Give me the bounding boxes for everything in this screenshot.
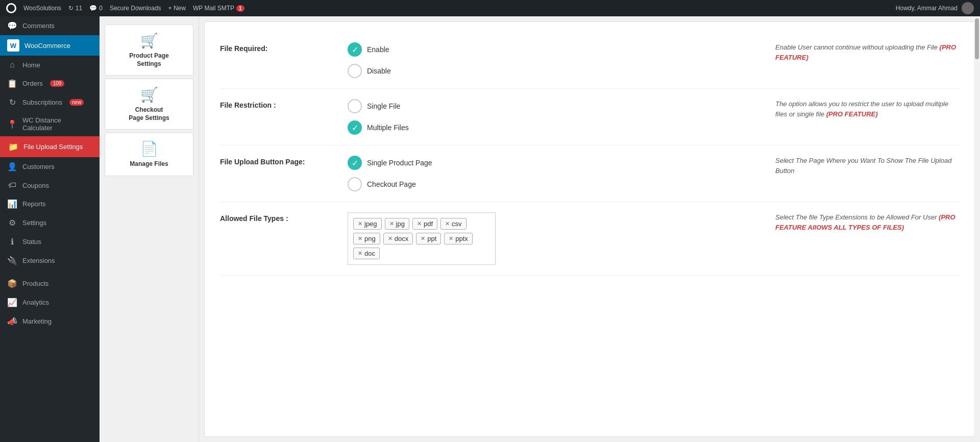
subscriptions-badge: new xyxy=(69,99,84,106)
file-restriction-options: Single File ✓ Multiple Files xyxy=(348,99,760,135)
file-required-row: File Required: ✓ Enable Disable Enable U… xyxy=(220,32,959,89)
single-file-radio[interactable] xyxy=(348,99,362,113)
sidebar-item-label: WC Distance Calculater xyxy=(22,116,92,132)
sidebar-item-reports[interactable]: 📊 Reports xyxy=(0,194,100,213)
remove-docx[interactable]: ✕ xyxy=(388,235,393,242)
file-tags-box: ✕ jpeg ✕ jpg ✕ pdf ✕ csv ✕ png ✕ docx ✕ … xyxy=(348,212,496,265)
single-file-option[interactable]: Single File xyxy=(348,99,760,113)
smtp-item[interactable]: WP Mail SMTP 1 xyxy=(193,5,244,12)
file-restriction-description: The option allows you to restrict the us… xyxy=(775,99,959,119)
sidebar-item-customers[interactable]: 👤 Customers xyxy=(0,157,100,176)
panel-checkout[interactable]: 🛒 CheckoutPage Settings xyxy=(105,79,193,130)
remove-png[interactable]: ✕ xyxy=(358,235,362,242)
file-upload-button-row: File Upload Button Page: ✓ Single Produc… xyxy=(220,145,959,202)
tag-png[interactable]: ✕ png xyxy=(353,233,380,244)
sidebar-item-label: Customers xyxy=(22,163,55,170)
remove-csv[interactable]: ✕ xyxy=(445,220,450,227)
avatar xyxy=(962,2,974,14)
tag-csv[interactable]: ✕ csv xyxy=(440,218,467,230)
disable-label: Disable xyxy=(367,67,391,75)
file-icon: 📄 xyxy=(110,140,188,157)
sidebar-item-label: File Upload Settings xyxy=(23,143,83,151)
checkout-page-radio[interactable] xyxy=(348,177,362,191)
tag-jpg[interactable]: ✕ jpg xyxy=(385,218,409,230)
sidebar: 💬 Comments W WooCommerce ⌂ Home 📋 Orders… xyxy=(0,16,100,442)
remove-ppt[interactable]: ✕ xyxy=(421,235,425,242)
multiple-files-radio[interactable]: ✓ xyxy=(348,120,362,135)
sidebar-item-label: Products xyxy=(22,280,48,287)
multiple-files-label: Multiple Files xyxy=(367,124,409,132)
allowed-file-types-options: ✕ jpeg ✕ jpg ✕ pdf ✕ csv ✕ png ✕ docx ✕ … xyxy=(348,212,760,265)
sidebar-item-label: Coupons xyxy=(22,182,49,189)
reports-icon: 📊 xyxy=(7,199,17,209)
tag-docx[interactable]: ✕ docx xyxy=(383,233,413,244)
tag-pdf[interactable]: ✕ pdf xyxy=(412,218,437,230)
sidebar-item-status[interactable]: ℹ Status xyxy=(0,232,100,251)
settings-area: File Required: ✓ Enable Disable Enable U… xyxy=(204,21,975,437)
new-item[interactable]: + New xyxy=(168,5,186,12)
tag-doc[interactable]: ✕ doc xyxy=(353,248,380,259)
multiple-files-option[interactable]: ✓ Multiple Files xyxy=(348,120,760,135)
analytics-icon: 📈 xyxy=(7,298,17,307)
disable-option[interactable]: Disable xyxy=(348,64,760,78)
enable-option[interactable]: ✓ Enable xyxy=(348,42,760,57)
pro-feature-text2: (PRO FEATURE) xyxy=(826,110,878,118)
allowed-file-types-description: Select The file Type Extensions to be Al… xyxy=(775,212,959,232)
sidebar-item-orders[interactable]: 📋 Orders 109 xyxy=(0,74,100,93)
remove-pdf[interactable]: ✕ xyxy=(417,220,422,227)
panel-manage-files[interactable]: 📄 Manage Files xyxy=(105,133,193,176)
sidebar-item-extensions[interactable]: 🔌 Extensions xyxy=(0,251,100,270)
coupons-icon: 🏷 xyxy=(7,181,17,190)
sidebar-item-products[interactable]: 📦 Products xyxy=(0,274,100,293)
enable-radio[interactable]: ✓ xyxy=(348,42,362,57)
home-icon: ⌂ xyxy=(7,60,17,69)
remove-doc[interactable]: ✕ xyxy=(358,250,362,257)
scrollbar[interactable] xyxy=(974,21,975,437)
updates-item[interactable]: ↻ 11 xyxy=(68,5,82,12)
sidebar-item-label: Status xyxy=(22,238,41,245)
sidebar-item-coupons[interactable]: 🏷 Coupons xyxy=(0,176,100,194)
tag-jpeg[interactable]: ✕ jpeg xyxy=(353,218,382,230)
wp-logo-icon[interactable] xyxy=(6,3,16,13)
tag-pptx[interactable]: ✕ pptx xyxy=(444,233,473,244)
woo-icon: W xyxy=(7,39,19,52)
subscriptions-icon: ↻ xyxy=(7,97,17,107)
single-product-label: Single Product Page xyxy=(367,159,432,167)
panel-label: Manage Files xyxy=(110,160,188,168)
remove-jpeg[interactable]: ✕ xyxy=(358,220,362,227)
sidebar-item-comments[interactable]: 💬 Comments xyxy=(0,16,100,35)
enable-label: Enable xyxy=(367,45,389,54)
file-restriction-row: File Restriction : Single File ✓ Multipl… xyxy=(220,89,959,145)
file-restriction-label: File Restriction : xyxy=(220,99,332,109)
disable-radio[interactable] xyxy=(348,64,362,78)
marketing-icon: 📣 xyxy=(7,316,17,326)
panel-label: Product PageSettings xyxy=(110,52,188,68)
settings-icon: ⚙ xyxy=(7,218,17,228)
tag-ppt[interactable]: ✕ ppt xyxy=(416,233,441,244)
products-icon: 📦 xyxy=(7,279,17,288)
woo-label: WooCommerce xyxy=(24,42,70,50)
sidebar-item-subscriptions[interactable]: ↻ Subscriptions new xyxy=(0,93,100,112)
site-name[interactable]: WooSolutions xyxy=(23,5,61,12)
remove-pptx[interactable]: ✕ xyxy=(449,235,453,242)
sidebar-item-file-upload[interactable]: 📁 File Upload Settings xyxy=(0,136,100,157)
extensions-icon: 🔌 xyxy=(7,256,17,265)
orders-icon: 📋 xyxy=(7,79,17,88)
customers-icon: 👤 xyxy=(7,162,17,171)
single-product-radio[interactable]: ✓ xyxy=(348,156,362,170)
comments-item[interactable]: 💬 0 xyxy=(89,5,103,12)
sidebar-item-analytics[interactable]: 📈 Analytics xyxy=(0,293,100,312)
sidebar-item-wc-distance[interactable]: 📍 WC Distance Calculater xyxy=(0,112,100,136)
panel-product-page[interactable]: 🛒 Product PageSettings xyxy=(105,24,193,76)
file-upload-button-description: Select The Page Where you Want To Show T… xyxy=(775,156,959,176)
sidebar-item-label: Analytics xyxy=(22,299,49,306)
sidebar-item-home[interactable]: ⌂ Home xyxy=(0,56,100,74)
remove-jpg[interactable]: ✕ xyxy=(389,220,394,227)
checkout-page-option[interactable]: Checkout Page xyxy=(348,177,760,191)
sidebar-woocommerce-header[interactable]: W WooCommerce xyxy=(0,35,100,56)
sidebar-item-marketing[interactable]: 📣 Marketing xyxy=(0,312,100,331)
single-product-option[interactable]: ✓ Single Product Page xyxy=(348,156,760,170)
secure-downloads-item[interactable]: Secure Downloads xyxy=(110,5,161,12)
main-content: 🛒 Product PageSettings 🛒 CheckoutPage Se… xyxy=(100,16,980,442)
sidebar-item-settings[interactable]: ⚙ Settings xyxy=(0,213,100,232)
